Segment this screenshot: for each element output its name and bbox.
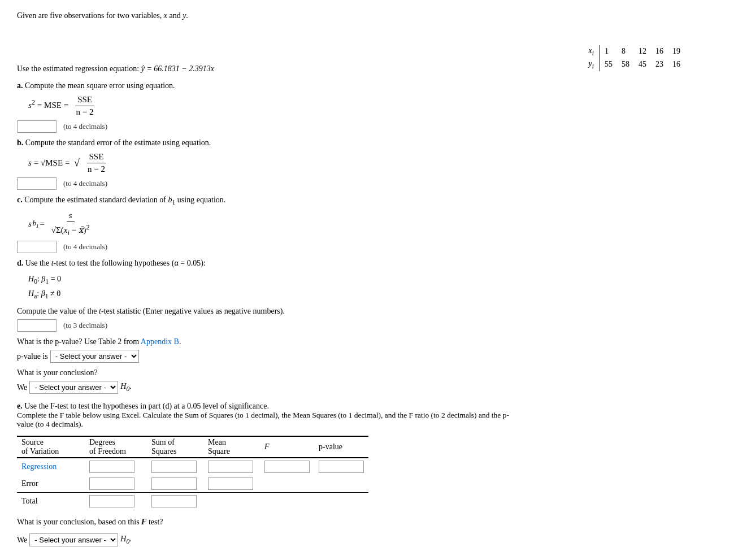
- pval-regression: [314, 458, 368, 475]
- input-ss-error[interactable]: [151, 477, 197, 490]
- section-c-text: Compute the estimated standard deviation…: [23, 196, 168, 204]
- section-a-label: a. Compute the mean square error using e…: [17, 81, 525, 90]
- xi-val-2: 8: [617, 45, 634, 58]
- fraction-a: SSE n − 2: [74, 95, 96, 117]
- compute-t-text: Compute the value of the t-test statisti…: [17, 307, 525, 316]
- xi-val-5: 19: [668, 45, 685, 58]
- conclusion-select-d[interactable]: - Select your answer -: [29, 381, 118, 394]
- f-error: [260, 475, 314, 493]
- col-f-label: F: [264, 442, 270, 451]
- section-a-text: Compute the mean square error using equa…: [23, 81, 175, 90]
- section-a: a. Compute the mean square error using e…: [17, 81, 525, 133]
- label-c: c.: [17, 196, 23, 204]
- page-container: xi 1 8 12 16 19 yi 55 58 45 23 16: [17, 11, 730, 546]
- compute-label: Compute the value of the: [17, 307, 99, 315]
- yi-label: yi: [584, 58, 600, 71]
- fraction-num-a: SSE: [75, 95, 94, 106]
- f-conc-text2: test?: [146, 518, 163, 526]
- section-e-header: e. Use the F-test to test the hypotheses…: [17, 402, 525, 411]
- data-table: xi 1 8 12 16 19 yi 55 58 45 23 16: [584, 45, 685, 71]
- f-regression: [260, 458, 314, 475]
- col-df2-label: of Freedom: [89, 447, 126, 455]
- ha-line: Ha: β1 ≠ 0: [28, 287, 525, 302]
- hint-c: (to 4 decimals): [63, 242, 107, 251]
- section-b-text: Compute the standard error of the estima…: [23, 138, 211, 147]
- input-b[interactable]: [17, 177, 57, 190]
- source-error: Error: [17, 475, 85, 493]
- input-df-error[interactable]: [89, 477, 134, 490]
- hint-d: (to 3 decimals): [63, 321, 107, 330]
- h0-after-d: H0.: [120, 382, 131, 393]
- col-pval: p-value: [314, 436, 368, 458]
- xi-label: xi: [584, 45, 600, 58]
- input-ss-regression[interactable]: [151, 461, 197, 473]
- input-ss-total[interactable]: [151, 495, 197, 507]
- input-df-regression[interactable]: [89, 461, 134, 473]
- input-pval-regression[interactable]: [319, 461, 364, 473]
- f-conclusion-question: What is your conclusion, based on this F…: [17, 518, 525, 527]
- hypothesis-block: H0: β1 = 0 Ha: β1 ≠ 0: [28, 272, 525, 302]
- frac-c-den: √Σ(xi − x̄)2: [49, 222, 92, 237]
- pvalue-select[interactable]: - Select your answer -: [50, 350, 139, 363]
- conclusion-row-e: We - Select your answer - H0.: [17, 533, 525, 546]
- section-d-text2: -test to test the following hypotheses (…: [54, 259, 206, 267]
- col-ms: Mean Square: [203, 436, 260, 458]
- compute-text3: -test statistic (Enter negative values a…: [101, 307, 285, 315]
- input-df-total[interactable]: [89, 495, 134, 507]
- table-row-yi: yi 55 58 45 23 16: [584, 58, 685, 71]
- df-total: [85, 493, 147, 510]
- section-d: d. Use the t-test to test the following …: [17, 259, 525, 394]
- input-c[interactable]: [17, 241, 57, 253]
- sqrt-formula-b: √ SSE n − 2: [74, 152, 112, 174]
- and-text: and: [167, 11, 183, 20]
- ms-regression: [203, 458, 260, 475]
- section-b-label: b. Compute the standard error of the est…: [17, 138, 525, 147]
- frac-c-num: s: [67, 211, 75, 222]
- label-e: e.: [17, 402, 23, 410]
- input-f-regression[interactable]: [264, 461, 310, 473]
- source-total: Total: [17, 493, 85, 510]
- f-conc-text: What is your conclusion, based on this: [17, 518, 141, 526]
- df-error: [85, 475, 147, 493]
- col-variation-label: of Variation: [21, 447, 59, 455]
- pval-error: [314, 475, 368, 493]
- pvalue-row: p-value is - Select your answer -: [17, 350, 525, 363]
- input-d[interactable]: [17, 319, 57, 332]
- we-label-e: We: [17, 536, 27, 545]
- input-a[interactable]: [17, 120, 57, 133]
- label-d: d.: [17, 259, 23, 267]
- fraction-den-a: n − 2: [74, 106, 96, 117]
- f-table-intro: Complete the F table below using Excel. …: [17, 411, 525, 429]
- xi-val-1: 1: [600, 45, 618, 58]
- reg-eq-formula: ŷ = 66.1831 − 2.3913x: [141, 64, 214, 73]
- yi-val-5: 16: [668, 58, 685, 71]
- intro-text: Given are five observations for two vari…: [17, 11, 164, 20]
- appendix-link[interactable]: Appendix B: [141, 337, 179, 346]
- data-table-container: xi 1 8 12 16 19 yi 55 58 45 23 16: [584, 45, 685, 71]
- xi-val-3: 12: [634, 45, 651, 58]
- regression-equation: Use the estimated regression equation: ŷ…: [17, 64, 525, 73]
- label-a: a.: [17, 81, 23, 90]
- df-regression: [85, 458, 147, 475]
- input-row-d: (to 3 decimals): [17, 319, 525, 332]
- f-table: Source of Variation Degrees of Freedom S…: [17, 436, 368, 510]
- col-pval-label: p-value: [319, 442, 342, 451]
- conclusion-row-d: We - Select your answer - H0.: [17, 381, 525, 394]
- sqrt-den-b: n − 2: [85, 163, 107, 174]
- conclusion-select-e[interactable]: - Select your answer -: [29, 533, 118, 546]
- col-ms2-label: Square: [208, 447, 230, 455]
- label-b: b.: [17, 138, 23, 147]
- ss-total: [147, 493, 203, 510]
- pval-period: .: [179, 337, 181, 346]
- h0-line: H0: β1 = 0: [28, 272, 525, 288]
- input-ms-regression[interactable]: [208, 461, 253, 473]
- col-source: Source of Variation: [17, 436, 85, 458]
- section-b: b. Compute the standard error of the est…: [17, 138, 525, 190]
- col-ss-label: Sum of: [151, 438, 175, 446]
- input-ms-error[interactable]: [208, 477, 253, 490]
- h0-after-e: H0.: [120, 535, 131, 545]
- section-d-text: Use the: [23, 259, 51, 267]
- yi-val-1: 55: [600, 58, 618, 71]
- sqrt-num-b: SSE: [87, 152, 106, 163]
- reg-eq-label: Use the estimated regression equation:: [17, 64, 141, 73]
